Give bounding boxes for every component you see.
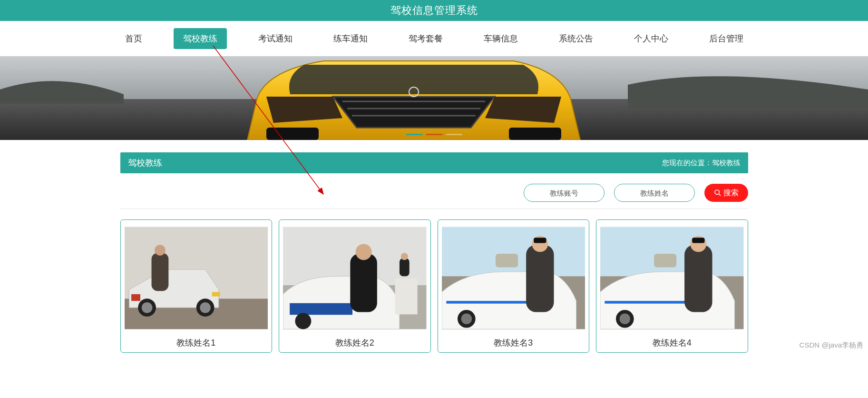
coach-card-title: 教练姓名3 xyxy=(442,332,585,348)
svg-rect-27 xyxy=(400,259,410,277)
section-title-bar: 驾校教练 您现在的位置：驾校教练 xyxy=(120,152,748,173)
watermark: CSDN @java李杨勇 xyxy=(800,341,863,350)
svg-point-23 xyxy=(295,313,311,329)
svg-point-19 xyxy=(155,245,166,256)
nav-vehicle[interactable]: 车辆信息 xyxy=(474,28,527,49)
svg-rect-17 xyxy=(212,292,220,296)
breadcrumb-current: 驾校教练 xyxy=(712,159,741,167)
nav-home[interactable]: 首页 xyxy=(116,28,152,49)
coach-card[interactable]: 教练姓名4 xyxy=(596,219,748,353)
coach-card-title: 教练姓名2 xyxy=(283,332,427,348)
svg-rect-45 xyxy=(692,238,704,243)
banner-dot-1[interactable] xyxy=(406,134,422,135)
svg-rect-46 xyxy=(654,254,676,267)
banner-dot-3[interactable] xyxy=(446,134,462,135)
app-title: 驾校信息管理系统 xyxy=(390,3,478,18)
banner-pagination[interactable] xyxy=(406,134,462,135)
svg-line-9 xyxy=(719,194,721,196)
app-header: 驾校信息管理系统 xyxy=(0,0,868,21)
svg-point-26 xyxy=(356,244,372,260)
nav-coach[interactable]: 驾校教练 xyxy=(174,28,227,49)
svg-point-28 xyxy=(401,253,408,260)
coach-photo xyxy=(600,224,744,332)
svg-rect-40 xyxy=(605,301,694,304)
svg-rect-37 xyxy=(496,254,518,267)
search-icon xyxy=(714,189,722,197)
coach-card-title: 教练姓名4 xyxy=(600,332,744,348)
search-button[interactable]: 搜索 xyxy=(704,184,748,202)
coach-name-input[interactable] xyxy=(614,184,695,202)
coach-card[interactable]: 教练姓名1 xyxy=(120,219,273,353)
svg-rect-16 xyxy=(131,294,140,301)
section-title: 驾校教练 xyxy=(128,157,162,169)
nav-admin[interactable]: 后台管理 xyxy=(700,28,753,49)
svg-rect-6 xyxy=(266,128,319,140)
search-bar: 搜索 xyxy=(120,173,748,209)
svg-point-8 xyxy=(715,190,719,194)
banner-car-image xyxy=(0,56,868,140)
coach-card[interactable]: 教练姓名3 xyxy=(438,219,590,353)
svg-point-42 xyxy=(620,313,631,324)
nav-profile[interactable]: 个人中心 xyxy=(624,28,678,49)
svg-rect-43 xyxy=(684,245,712,312)
svg-rect-36 xyxy=(534,238,546,243)
banner-dot-2[interactable] xyxy=(426,134,442,135)
search-button-label: 搜索 xyxy=(723,188,739,198)
coach-list: 教练姓名1 教练姓名2 xyxy=(120,219,748,353)
breadcrumb-prefix: 您现在的位置： xyxy=(662,159,712,167)
main-nav: 首页 驾校教练 考试通知 练车通知 驾考套餐 车辆信息 系统公告 个人中心 后台… xyxy=(0,21,868,56)
nav-announcement[interactable]: 系统公告 xyxy=(549,28,603,49)
svg-rect-22 xyxy=(290,303,352,315)
svg-point-33 xyxy=(461,313,472,324)
svg-rect-7 xyxy=(509,128,561,140)
nav-package[interactable]: 驾考套餐 xyxy=(399,28,452,49)
svg-rect-34 xyxy=(526,245,554,312)
svg-rect-38 xyxy=(600,227,744,277)
svg-point-13 xyxy=(141,302,152,313)
svg-rect-18 xyxy=(151,253,168,291)
coach-photo xyxy=(125,224,268,332)
breadcrumb: 您现在的位置：驾校教练 xyxy=(662,159,741,168)
nav-practice-notice[interactable]: 练车通知 xyxy=(324,28,377,49)
coach-account-input[interactable] xyxy=(524,184,605,202)
nav-exam-notice[interactable]: 考试通知 xyxy=(249,28,302,49)
coach-photo xyxy=(283,224,427,332)
coach-card-title: 教练姓名1 xyxy=(125,332,268,348)
svg-rect-31 xyxy=(446,301,536,304)
svg-rect-24 xyxy=(395,279,418,314)
svg-point-15 xyxy=(200,302,211,313)
hero-banner[interactable] xyxy=(0,56,868,140)
svg-rect-25 xyxy=(350,254,377,312)
coach-photo xyxy=(442,224,585,332)
coach-card[interactable]: 教练姓名2 xyxy=(279,219,431,353)
svg-rect-29 xyxy=(442,227,585,277)
